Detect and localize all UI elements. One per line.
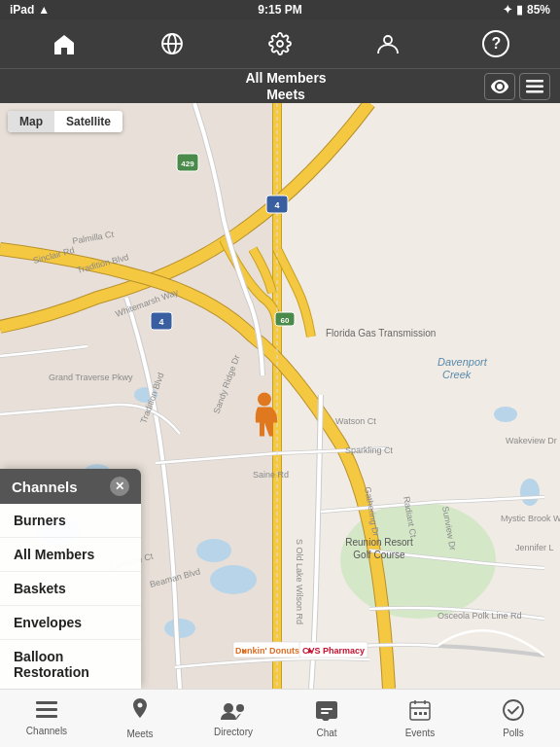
svg-point-3: [277, 41, 283, 47]
svg-point-62: [258, 393, 271, 407]
tab-chat[interactable]: Chat: [280, 690, 373, 747]
map-button[interactable]: Map: [8, 111, 54, 132]
svg-text:Wakeview Dr: Wakeview Dr: [506, 436, 557, 445]
channel-item-all-members[interactable]: All Members: [0, 538, 141, 572]
svg-rect-6: [526, 85, 543, 88]
events-tab-icon: [409, 699, 431, 726]
status-right: ✦ ▮ 85%: [503, 3, 550, 17]
svg-rect-74: [414, 712, 417, 715]
svg-text:Florida Gas Transmission: Florida Gas Transmission: [326, 328, 436, 338]
svg-point-15: [494, 407, 517, 422]
map-type-controls: Map Satellite: [8, 111, 122, 132]
svg-rect-5: [526, 80, 543, 83]
globe-button[interactable]: [153, 24, 192, 63]
polls-tab-label: Polls: [503, 728, 524, 738]
svg-text:60: 60: [281, 316, 290, 325]
svg-point-67: [236, 704, 244, 712]
settings-button[interactable]: [261, 24, 299, 63]
svg-rect-7: [526, 90, 543, 93]
svg-rect-65: [36, 715, 57, 718]
channels-title: Channels: [12, 479, 78, 495]
svg-text:▸: ▸: [308, 645, 313, 656]
channels-tab-icon: [36, 701, 57, 724]
svg-text:Watson Ct: Watson Ct: [335, 416, 376, 426]
svg-text:4: 4: [274, 200, 279, 210]
svg-text:Osceola Polk Line Rd: Osceola Polk Line Rd: [438, 611, 522, 621]
top-nav: ?: [0, 19, 560, 68]
tab-events[interactable]: Events: [373, 690, 467, 747]
svg-text:Mystic Brook Way: Mystic Brook Way: [501, 514, 560, 523]
ipad-label: iPad: [10, 3, 34, 17]
svg-text:429: 429: [181, 160, 194, 168]
channels-header: Channels ✕: [0, 469, 141, 504]
bluetooth-icon: ✦: [503, 3, 512, 17]
svg-text:4: 4: [158, 317, 163, 327]
bottom-tab-bar: Channels Meets Directory C: [0, 689, 560, 747]
chat-tab-label: Chat: [316, 728, 336, 738]
tab-meets[interactable]: Meets: [93, 690, 187, 747]
svg-rect-76: [424, 712, 427, 715]
svg-rect-68: [321, 708, 332, 710]
svg-text:Golf Course: Golf Course: [353, 550, 405, 560]
svg-text:Grand Traverse Pkwy: Grand Traverse Pkwy: [49, 373, 133, 382]
title-bar: All Members Meets: [0, 68, 560, 103]
battery-level: 85%: [527, 3, 550, 17]
directory-tab-label: Directory: [214, 727, 253, 737]
satellite-button[interactable]: Satellite: [54, 111, 122, 132]
svg-point-16: [520, 479, 540, 506]
person-marker[interactable]: [251, 392, 278, 447]
svg-text:▸: ▸: [242, 645, 247, 656]
svg-rect-69: [321, 712, 329, 714]
svg-point-77: [504, 700, 523, 720]
battery-icon: ▮: [516, 3, 523, 17]
directory-tab-icon: [221, 700, 246, 725]
polls-tab-icon: [503, 699, 524, 726]
profile-button[interactable]: [368, 24, 407, 63]
svg-point-66: [224, 703, 233, 713]
eye-button[interactable]: [484, 73, 515, 100]
channels-tab-label: Channels: [26, 726, 67, 736]
menu-button[interactable]: [519, 73, 550, 100]
tab-polls[interactable]: Polls: [467, 690, 560, 747]
chat-tab-icon: [316, 699, 337, 726]
tab-channels[interactable]: Channels: [0, 690, 93, 747]
svg-point-12: [210, 565, 257, 594]
svg-text:Sparkling Ct: Sparkling Ct: [345, 445, 394, 455]
status-bar: iPad ▲ 9:15 PM ✦ ▮ 85%: [0, 0, 560, 19]
status-left: iPad ▲: [10, 3, 50, 17]
meets-tab-label: Meets: [126, 729, 153, 739]
svg-text:Davenport: Davenport: [438, 356, 488, 368]
meets-tab-icon: [130, 698, 150, 727]
channels-close-button[interactable]: ✕: [110, 477, 129, 496]
channels-panel: Channels ✕ BurnersAll MembersBasketsEnve…: [0, 469, 141, 689]
svg-text:Reunion Resort: Reunion Resort: [345, 537, 413, 548]
help-button[interactable]: ?: [476, 24, 515, 63]
wifi-icon: ▲: [38, 3, 50, 17]
svg-rect-75: [419, 712, 422, 715]
page-title: All Members Meets: [88, 70, 484, 103]
tab-directory[interactable]: Directory: [187, 690, 280, 747]
svg-point-11: [196, 539, 231, 562]
svg-rect-63: [36, 701, 57, 704]
channel-item-baskets[interactable]: Baskets: [0, 572, 141, 606]
svg-text:Saine Rd: Saine Rd: [253, 470, 289, 480]
svg-point-13: [164, 619, 195, 638]
svg-text:Jennifer L: Jennifer L: [515, 543, 554, 552]
svg-rect-64: [36, 708, 57, 711]
channel-item-burners[interactable]: Burners: [0, 504, 141, 538]
svg-rect-70: [410, 702, 430, 720]
svg-text:S Old Lake Wilson Rd: S Old Lake Wilson Rd: [295, 539, 304, 624]
channels-list: BurnersAll MembersBasketsEnvelopesBalloo…: [0, 504, 141, 689]
title-bar-actions: [484, 73, 550, 100]
home-button[interactable]: [45, 24, 84, 63]
svg-text:Creek: Creek: [442, 369, 472, 380]
channel-item-envelopes[interactable]: Envelopes: [0, 606, 141, 640]
status-time: 9:15 PM: [258, 3, 301, 17]
svg-point-4: [384, 36, 392, 44]
events-tab-label: Events: [405, 728, 436, 738]
channel-item-balloon-restoration[interactable]: Balloon Restoration: [0, 640, 141, 689]
